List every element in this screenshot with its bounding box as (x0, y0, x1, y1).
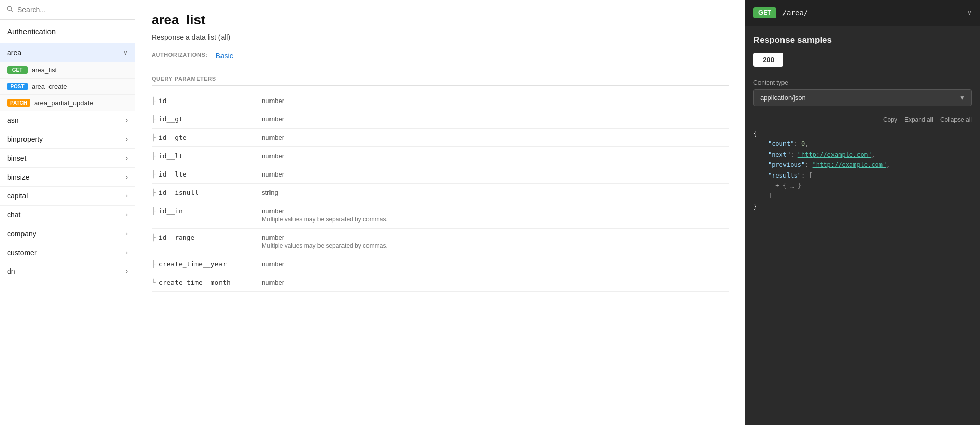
param-row: ├id__innumberMultiple values may be sepa… (152, 202, 729, 229)
param-connector-icon: ├ (152, 207, 156, 215)
param-type-label: number (262, 279, 729, 286)
param-row: ├id__rangenumberMultiple values may be s… (152, 229, 729, 255)
sidebar-item-company[interactable]: company › (0, 224, 135, 243)
param-connector-icon: ├ (152, 234, 156, 241)
search-icon (6, 5, 13, 14)
param-connector-icon: └ (152, 279, 156, 286)
chat-label: chat (7, 211, 20, 219)
param-row: ├create_time__yearnumber (152, 255, 729, 273)
collapse-all-button[interactable]: Collapse all (940, 116, 972, 123)
content-type-select[interactable]: application/json ▼ (753, 89, 972, 106)
content-type-label: Content type (753, 79, 972, 86)
post-badge: POST (7, 83, 28, 90)
asn-label: asn (7, 116, 19, 124)
param-row: ├id__gtenumber (152, 129, 729, 147)
sidebar-sub-item-area-create[interactable]: POST area_create (0, 79, 135, 95)
param-name-label: id__range (159, 234, 194, 241)
expand-all-button[interactable]: Expand all (904, 116, 933, 123)
param-type-label: number (262, 170, 729, 178)
sidebar-item-chat[interactable]: chat › (0, 206, 135, 224)
content-type-section: Content type application/json ▼ (745, 79, 980, 111)
sidebar-sub-item-area-partial-update[interactable]: PATCH area_partial_update (0, 95, 135, 111)
area-list-label: area_list (32, 66, 57, 74)
param-connector-icon: ├ (152, 170, 156, 178)
chevron-right-icon: › (126, 230, 128, 237)
param-description: Multiple values may be separated by comm… (262, 216, 729, 223)
expand-object-icon[interactable]: { … } (783, 182, 801, 189)
chevron-right-icon: › (126, 117, 128, 124)
next-value[interactable]: "http://example.com" (798, 151, 872, 158)
capital-label: capital (7, 192, 28, 200)
param-name-label: id__gte (159, 134, 187, 141)
sidebar-item-binsize[interactable]: binsize › (0, 168, 135, 187)
search-input[interactable] (17, 6, 129, 14)
endpoint-path: /area/ (782, 9, 967, 17)
results-key: "results" (768, 172, 801, 179)
json-code-block: { "count": 0, "next": "http://example.co… (745, 127, 980, 220)
param-connector-icon: ├ (152, 97, 156, 105)
dn-label: dn (7, 267, 15, 276)
params-section: QUERY PARAMETERS ├idnumber├id__gtnumber├… (152, 76, 729, 292)
param-row: ├id__ltnumber (152, 147, 729, 165)
sidebar-item-dn[interactable]: dn › (0, 262, 135, 281)
binsize-label: binsize (7, 173, 30, 181)
chevron-down-icon[interactable]: ∨ (967, 9, 972, 16)
param-name-label: id__in (159, 207, 183, 215)
sidebar-item-customer[interactable]: customer › (0, 243, 135, 262)
param-row: └create_time__monthnumber (152, 273, 729, 292)
sidebar-item-asn[interactable]: asn › (0, 111, 135, 130)
copy-button[interactable]: Copy (883, 116, 897, 123)
right-panel: GET /area/ ∨ Response samples 200 Conten… (745, 0, 980, 425)
param-type-label: number (262, 152, 729, 160)
param-name-label: id__gt (159, 115, 183, 123)
param-row: ├id__gtnumber (152, 110, 729, 129)
authorizations-label: AUTHORIZATIONS: (152, 52, 207, 58)
previous-value[interactable]: "http://example.com" (813, 161, 887, 168)
param-type-label: number (262, 234, 729, 241)
previous-key: "previous" (768, 161, 805, 168)
param-row: ├id__ltenumber (152, 165, 729, 184)
area-create-label: area_create (32, 83, 67, 90)
content-type-value: application/json (760, 94, 806, 102)
sidebar-item-binset[interactable]: binset › (0, 149, 135, 168)
chevron-right-icon: › (126, 155, 128, 162)
chevron-right-icon: › (126, 192, 128, 199)
param-type-label: number (262, 134, 729, 141)
chevron-up-icon: ∨ (123, 49, 128, 56)
param-connector-icon: ├ (152, 115, 156, 123)
sidebar: Authentication area ∨ GET area_list POST… (0, 0, 135, 425)
sidebar-item-binproperty[interactable]: binproperty › (0, 130, 135, 149)
binproperty-label: binproperty (7, 135, 43, 143)
param-type-label: string (262, 189, 729, 196)
param-connector-icon: ├ (152, 260, 156, 268)
param-connector-icon: ├ (152, 189, 156, 196)
company-label: company (7, 230, 36, 238)
auth-basic-link[interactable]: Basic (215, 52, 233, 60)
sidebar-item-capital[interactable]: capital › (0, 187, 135, 206)
search-bar (0, 0, 135, 20)
param-name-label: id__isnull (159, 189, 199, 196)
endpoint-description: Response a data list (all) (152, 33, 729, 41)
get-badge: GET (7, 66, 28, 74)
params-container: ├idnumber├id__gtnumber├id__gtenumber├id_… (152, 92, 729, 292)
param-name-label: create_time__year (159, 260, 227, 268)
area-subitems: GET area_list POST area_create PATCH are… (0, 62, 135, 111)
sidebar-item-area-label: area (7, 48, 21, 57)
param-type-label: number (262, 97, 729, 105)
param-name-label: id (159, 97, 167, 105)
sidebar-item-area[interactable]: area ∨ (0, 43, 135, 62)
chevron-right-icon: › (126, 173, 128, 181)
chevron-right-icon: › (126, 249, 128, 256)
count-key: "count" (768, 140, 794, 147)
status-200-tab[interactable]: 200 (753, 53, 783, 67)
chevron-right-icon: › (126, 211, 128, 218)
next-key: "next" (768, 151, 790, 158)
param-name-label: id__lte (159, 170, 187, 178)
param-type-label: number (262, 260, 729, 268)
auth-section: Authentication (0, 20, 135, 43)
sidebar-sub-item-area-list[interactable]: GET area_list (0, 62, 135, 79)
binset-label: binset (7, 154, 26, 162)
param-name-label: create_time__month (159, 279, 231, 286)
param-row: ├id__isnullstring (152, 184, 729, 202)
json-actions: Copy Expand all Collapse all (745, 111, 980, 127)
